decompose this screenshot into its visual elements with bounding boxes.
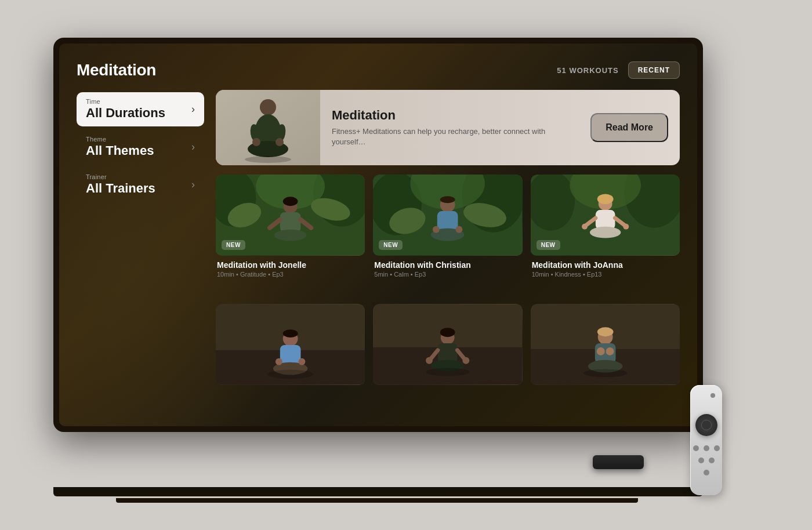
recent-button[interactable]: RECENT — [628, 61, 680, 79]
banner-title: Meditation — [332, 108, 579, 123]
svg-point-6 — [252, 138, 260, 146]
filter-time[interactable]: Time All Durations › — [77, 92, 204, 126]
workout-thumb-3: NEW — [531, 175, 680, 256]
workout-thumb-4 — [216, 304, 365, 385]
remote-btn-mute[interactable] — [714, 445, 720, 451]
banner-desc: Fitness+ Meditations can help you rechar… — [332, 126, 579, 147]
workout-thumb-1: NEW — [216, 175, 365, 256]
new-badge-1: NEW — [222, 240, 245, 250]
workout-info-5 — [373, 385, 522, 393]
chevron-icon: › — [191, 103, 195, 115]
remote-btn-vol-down[interactable] — [698, 458, 704, 463]
remote-touch-pad-inner — [701, 420, 712, 430]
remote-btn-back[interactable] — [693, 445, 699, 451]
tv-body: Meditation 51 WORKOUTS RECENT — [53, 38, 703, 432]
svg-point-1 — [260, 99, 276, 115]
remote-mic-icon — [710, 393, 715, 398]
page-title: Meditation — [77, 61, 156, 79]
svg-point-44 — [623, 224, 629, 230]
filter-trainer-value: All Trainers — [86, 181, 191, 196]
filter-time-label: Time — [86, 98, 191, 105]
workout-card-3[interactable]: NEW Meditation with JoAnna 10min • Kindn… — [531, 175, 680, 296]
sidebar: Time All Durations › Theme — [77, 90, 204, 409]
tv-stand — [53, 487, 703, 496]
svg-point-62 — [426, 357, 433, 364]
svg-point-73 — [583, 369, 627, 377]
svg-point-18 — [274, 230, 306, 241]
workout-info-4 — [216, 385, 365, 393]
header-right: 51 WORKOUTS RECENT — [557, 61, 680, 79]
workout-meta-3: 10min • Kindness • Ep13 — [532, 271, 679, 278]
workout-name-2: Meditation with Christian — [374, 260, 521, 270]
filter-theme[interactable]: Theme All Themes › — [77, 130, 204, 164]
workout-thumb-5 — [373, 304, 522, 385]
remote-btn-tv[interactable] — [704, 445, 709, 451]
tv-base — [116, 498, 638, 503]
filter-time-value: All Durations — [86, 106, 191, 121]
remote-row-1 — [690, 445, 722, 451]
remote-row-3 — [690, 470, 722, 475]
new-badge-2: NEW — [379, 240, 403, 250]
workout-card-2[interactable]: NEW Meditation with Christian 5min • Cal… — [373, 175, 522, 296]
svg-point-72 — [606, 347, 614, 355]
svg-point-68 — [597, 327, 613, 336]
workout-info-1: Meditation with Jonelle 10min • Gratitud… — [216, 256, 365, 280]
new-badge-3: NEW — [536, 240, 560, 250]
workout-grid: NEW Meditation with Jonelle 10min • Grat… — [216, 175, 680, 409]
workout-card-5[interactable] — [373, 304, 522, 409]
banner-image — [216, 90, 320, 165]
read-more-button[interactable]: Read More — [590, 113, 668, 142]
svg-point-7 — [276, 138, 284, 146]
remote-btn-siri[interactable] — [704, 470, 709, 475]
remote-btn-vol-up[interactable] — [709, 458, 715, 463]
svg-point-52 — [299, 358, 306, 365]
svg-point-28 — [440, 196, 455, 203]
svg-rect-58 — [438, 343, 458, 363]
workout-thumb-2: NEW — [373, 175, 522, 256]
svg-point-40 — [590, 227, 621, 238]
main-layout: Time All Durations › Theme — [77, 90, 680, 409]
workout-thumb-6 — [531, 304, 680, 385]
apple-tv-box — [593, 455, 644, 469]
svg-point-63 — [463, 357, 470, 364]
chevron-icon: › — [191, 141, 195, 153]
filter-trainer-label: Trainer — [86, 173, 191, 180]
header: Meditation 51 WORKOUTS RECENT — [77, 61, 680, 79]
workout-info-2: Meditation with Christian 5min • Calm • … — [373, 256, 522, 280]
workout-name-1: Meditation with Jonelle — [217, 260, 364, 270]
workout-info-3: Meditation with JoAnna 10min • Kindness … — [531, 256, 680, 280]
svg-rect-17 — [280, 212, 301, 233]
featured-banner[interactable]: Meditation Fitness+ Meditations can help… — [216, 90, 680, 165]
svg-point-48 — [283, 329, 298, 337]
filter-theme-label: Theme — [86, 136, 191, 143]
scene: Meditation 51 WORKOUTS RECENT — [0, 0, 812, 530]
svg-point-71 — [596, 347, 604, 355]
remote-touch-pad[interactable] — [695, 414, 717, 436]
remote-row-2 — [690, 458, 722, 463]
svg-point-31 — [433, 226, 440, 233]
workout-meta-1: 10min • Gratitude • Ep3 — [217, 271, 364, 278]
content-area: Meditation Fitness+ Meditations can help… — [216, 90, 680, 409]
svg-point-53 — [267, 370, 313, 379]
workout-card-1[interactable]: NEW Meditation with Jonelle 10min • Grat… — [216, 175, 365, 296]
workout-name-3: Meditation with JoAnna — [532, 260, 679, 270]
svg-rect-39 — [596, 210, 615, 230]
svg-point-16 — [283, 197, 298, 206]
app-content: Meditation 51 WORKOUTS RECENT — [59, 43, 697, 426]
tv-screen: Meditation 51 WORKOUTS RECENT — [59, 43, 697, 426]
workout-card-6[interactable] — [531, 304, 680, 409]
svg-point-38 — [597, 194, 613, 204]
svg-point-32 — [456, 226, 463, 233]
workouts-count: 51 WORKOUTS — [557, 66, 618, 75]
workout-card-4[interactable] — [216, 304, 365, 409]
svg-point-64 — [426, 368, 469, 376]
workout-meta-2: 5min • Calm • Ep3 — [374, 271, 521, 278]
banner-text: Meditation Fitness+ Meditations can help… — [320, 99, 590, 157]
filter-trainer[interactable]: Trainer All Trainers › — [77, 168, 204, 202]
filter-theme-value: All Themes — [86, 143, 191, 158]
workout-info-6 — [531, 385, 680, 393]
svg-point-43 — [582, 224, 588, 230]
svg-point-8 — [245, 156, 291, 163]
svg-point-51 — [276, 358, 282, 365]
chevron-icon: › — [191, 179, 195, 191]
